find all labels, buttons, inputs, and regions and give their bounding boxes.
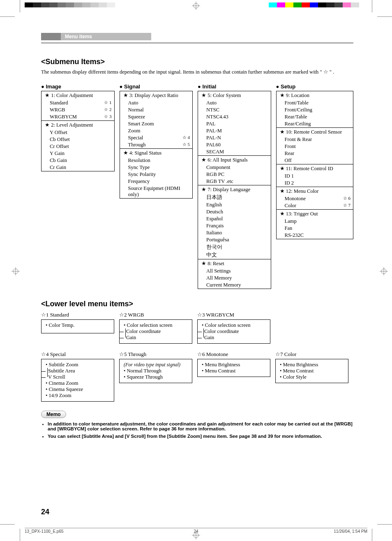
menu-option-label: Smart Zoom	[128, 121, 154, 127]
footer-right: 11/26/04, 1:54 PM	[253, 529, 367, 534]
crop-mark	[20, 0, 20, 12]
menu-option-label: All Memory	[206, 275, 232, 281]
lower-item: • Menu Brightness	[202, 362, 267, 368]
menu-option-label: RGB PC	[206, 171, 224, 178]
lower-col: ☆2 WRGB• Color selection screenColor coo…	[119, 312, 192, 344]
colorbar-swatch	[66, 2, 74, 7]
menu-option-label: Français	[206, 223, 224, 229]
lower-title: ☆3 WRGBYCM	[197, 312, 270, 318]
menu-option-label: Rear	[285, 150, 295, 157]
footer-center: 24	[139, 529, 253, 534]
menu-option: Deutsch	[198, 208, 271, 215]
menu-option: WRGBYCM☆ 3	[42, 113, 114, 120]
colorbar-swatch	[293, 2, 302, 7]
lower-title: ☆1 Standard	[41, 312, 114, 318]
lower-col: ☆1 Standard• Color Temp.	[41, 312, 114, 344]
menu-option: Front/Table	[277, 99, 353, 106]
menu-option-label: PAL	[206, 121, 215, 127]
lower-title: ☆2 WRGB	[119, 312, 192, 318]
menu-option-label: NTSC	[206, 107, 219, 113]
colorbar-right	[269, 2, 367, 7]
menu-option: Color☆ 7	[277, 202, 353, 209]
lower-note: (For video type input signal)	[124, 362, 189, 368]
lower-box: • Color Temp.	[41, 319, 114, 333]
menu-option: English	[198, 201, 271, 208]
colorbar-swatch	[310, 2, 318, 7]
colorbar-swatch	[302, 2, 310, 7]
menu-option: PAL-N	[198, 134, 271, 141]
colorbar-swatch	[285, 2, 293, 7]
menu-option: NTSC	[198, 106, 271, 113]
lower-item: • Cinema Zoom	[46, 380, 111, 386]
lower-col: ☆4 Special• Subtitle ZoomSubtitle AreaV …	[41, 351, 114, 402]
reg-mark-top	[192, 2, 200, 10]
lower-item: • Normal Through	[124, 368, 189, 374]
menu-option-label: Lamp	[285, 218, 297, 224]
lower-item: • Menu Contrast	[280, 368, 345, 374]
menu-option-label: PAL60	[206, 142, 221, 148]
menu-option-label: Color	[285, 203, 296, 209]
menu-option: Rear	[277, 150, 353, 157]
lower-item: • Menu Contrast	[202, 368, 267, 374]
lower-row-2: ☆4 Special• Subtitle ZoomSubtitle AreaV …	[41, 351, 353, 402]
menu-option-label: Front & Rear	[285, 136, 312, 143]
lower-subitem: Gain	[124, 335, 189, 341]
lower-box: • Menu Brightness• Menu Contrast• Color …	[275, 359, 348, 383]
menu-option: Special☆ 4	[120, 134, 193, 141]
col-image-box: ★ 1: Color AdjustmentStandard☆ 1WRGB☆ 2W…	[41, 91, 115, 171]
menu-option: Standard☆ 1	[42, 99, 114, 106]
menu-option: Component	[198, 164, 271, 171]
crop-mark	[377, 524, 392, 525]
submenu-mark: ☆ 6	[343, 196, 350, 202]
submenu-mark: ☆ 3	[104, 114, 111, 120]
memo-tag: Memo	[41, 411, 66, 418]
menu-option-label: 한국어	[206, 244, 222, 251]
colorbar-swatch	[115, 2, 123, 7]
menu-option-label: RGB TV .etc	[206, 178, 233, 185]
menu-option: Español	[198, 215, 271, 222]
menu-option: PAL	[198, 120, 271, 127]
menu-option-label: Component	[206, 164, 230, 171]
menu-option: All Settings	[198, 268, 271, 275]
menu-option: Source Equipmet (HDMI only)	[120, 185, 193, 198]
colorbar-swatch	[58, 2, 66, 7]
memo-list: In addition to color temperature adjustm…	[41, 421, 353, 439]
menu-option-label: PAL-N	[206, 135, 221, 141]
page-number: 24	[41, 508, 49, 516]
menu-option-label: Deutsch	[206, 209, 223, 215]
lower-item: • 14:9 Zoom	[46, 393, 111, 399]
menu-section-header: ★ 3: Display Aspect Ratio	[120, 91, 193, 99]
menu-option: Squeeze	[120, 113, 193, 120]
menu-option: Smart Zoom	[120, 120, 193, 127]
lower-subitem: Subtitle Area	[46, 368, 111, 374]
reg-mark-right	[380, 267, 388, 275]
menu-option: Resolution	[120, 157, 193, 164]
lower-subitem: Color coordinate	[124, 328, 189, 335]
menu-section-header: ★ 6: All Input Signals	[198, 155, 271, 164]
lower-row-1: ☆1 Standard• Color Temp.☆2 WRGB• Color s…	[41, 312, 353, 344]
lower-item: • Subtitle Zoom	[46, 362, 111, 368]
lower-title: ☆6 Monotone	[197, 351, 270, 358]
memo-item: In addition to color temperature adjustm…	[48, 421, 353, 431]
submenu-columns: ● Image ★ 1: Color AdjustmentStandard☆ 1…	[41, 83, 353, 289]
menu-option: ID 1	[277, 173, 353, 180]
menu-option: Zoom	[120, 127, 193, 134]
menu-option-label: Auto	[206, 100, 217, 106]
submenu-mark: ☆ 5	[182, 142, 190, 148]
menu-section-header: ★ 2: Level Adjustment	[42, 120, 114, 129]
lower-box: • Color selection screenColor coordinate…	[119, 319, 192, 344]
menu-option-label: WRGBYCM	[50, 114, 77, 120]
lower-title: ☆4 Special	[41, 351, 114, 358]
col-initial: ● Initial ★ 5: Color SystemAutoNTSCNTSC4…	[198, 83, 271, 289]
menu-section-header: ★ 13: Trigger Out	[277, 209, 353, 218]
menu-option: RGB PC	[198, 171, 271, 178]
menu-option: Sync Type	[120, 164, 193, 171]
col-image: ● Image ★ 1: Color AdjustmentStandard☆ 1…	[41, 83, 115, 171]
lower-item: • Color Temp.	[46, 322, 111, 328]
menu-option-label: Resolution	[128, 157, 150, 164]
menu-option: Italiano	[198, 229, 271, 236]
colorbar-swatch	[326, 2, 334, 7]
header-tab-label: Menu items	[61, 33, 151, 40]
header-tab-accent	[41, 33, 61, 40]
lower-col: ☆5 Through(For video type input signal)•…	[119, 351, 192, 402]
